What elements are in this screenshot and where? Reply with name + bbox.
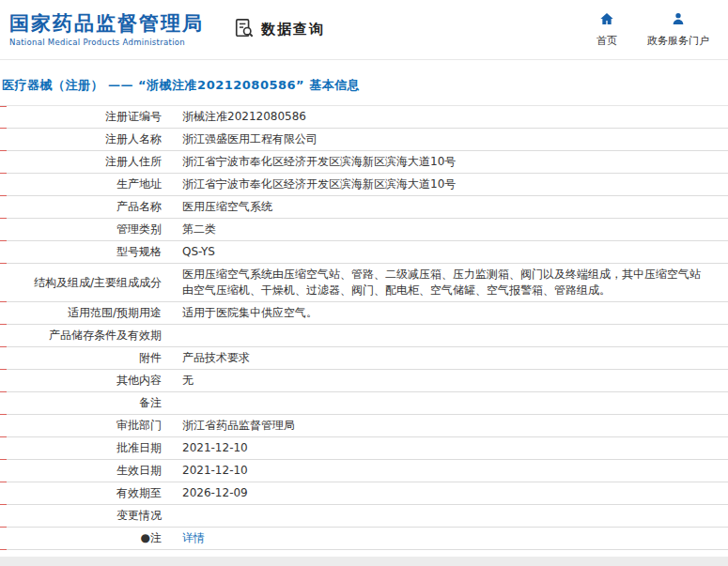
row-label: 注册人名称 bbox=[0, 129, 169, 150]
row-value bbox=[169, 505, 728, 527]
table-row: 产品名称 医用压缩空气系统 bbox=[0, 196, 728, 219]
row-value: 第二类 bbox=[169, 219, 728, 240]
row-label: 注册证编号 bbox=[0, 106, 169, 128]
row-label: 备注 bbox=[0, 392, 169, 414]
table-row: 注册证编号 浙械注准20212080586 bbox=[0, 106, 728, 129]
data-query-label: 数据查询 bbox=[261, 21, 325, 38]
detail-link[interactable]: 详情 bbox=[182, 530, 205, 546]
row-value: 2026-12-09 bbox=[169, 482, 728, 504]
site-name: 国家药品监督管理局 bbox=[9, 12, 204, 35]
table-row: ●注 详情 bbox=[0, 528, 728, 550]
row-label: 审批部门 bbox=[0, 415, 169, 436]
table-row: 备注 bbox=[0, 392, 728, 415]
page-title: 医疗器械（注册） —— “浙械注准20212080586” 基本信息 bbox=[2, 78, 360, 92]
row-value: 浙江省药品监督管理局 bbox=[169, 415, 728, 436]
data-search-icon bbox=[234, 18, 255, 42]
row-label: 批准日期 bbox=[0, 437, 169, 459]
row-label: 注册人住所 bbox=[0, 151, 169, 173]
table-row: 附件 产品技术要求 bbox=[0, 347, 728, 370]
row-label: 生产地址 bbox=[0, 174, 169, 195]
table-row: 批准日期 2021-12-10 bbox=[0, 437, 728, 460]
table-row: 审批部门 浙江省药品监督管理局 bbox=[0, 415, 728, 437]
row-label: 结构及组成/主要组成成分 bbox=[0, 264, 169, 301]
row-value: QS-YS bbox=[169, 241, 728, 263]
row-value: 详情 bbox=[169, 528, 728, 549]
row-value: 无 bbox=[169, 370, 728, 391]
detail-table: 注册证编号 浙械注准20212080586 注册人名称 浙江强盛医用工程有限公司… bbox=[0, 106, 728, 550]
title-bar: 医疗器械（注册） —— “浙械注准20212080586” 基本信息 bbox=[0, 60, 728, 106]
footer bbox=[0, 557, 728, 566]
row-label: 附件 bbox=[0, 347, 169, 369]
home-icon bbox=[599, 11, 614, 29]
table-row: 适用范围/预期用途 适用于医院集中供应空气。 bbox=[0, 302, 728, 325]
row-value: 医用压缩空气系统 bbox=[169, 196, 728, 218]
table-row: 变更情况 bbox=[0, 505, 728, 528]
row-value: 浙江省宁波市奉化区经济开发区滨海新区滨海大道10号 bbox=[169, 151, 728, 173]
nav-home-label: 首页 bbox=[596, 34, 617, 48]
row-value: 浙械注准20212080586 bbox=[169, 106, 728, 128]
row-value: 浙江省宁波市奉化区经济开发区滨海新区滨海大道10号 bbox=[169, 174, 728, 195]
nav-item-home[interactable]: 首页 bbox=[596, 11, 617, 48]
table-row: 有效期至 2026-12-09 bbox=[0, 482, 728, 505]
row-value: 医用压缩空气系统由压缩空气站、管路、二级减压箱、压力监测箱、阀门以及终端组成，其… bbox=[169, 264, 728, 301]
row-label: 变更情况 bbox=[0, 505, 169, 527]
site-name-en: National Medical Products Administration bbox=[9, 38, 204, 47]
table-row: 注册人名称 浙江强盛医用工程有限公司 bbox=[0, 129, 728, 151]
row-label: 其他内容 bbox=[0, 370, 169, 391]
table-row: 结构及组成/主要组成成分 医用压缩空气系统由压缩空气站、管路、二级减压箱、压力监… bbox=[0, 264, 728, 302]
table-row: 注册人住所 浙江省宁波市奉化区经济开发区滨海新区滨海大道10号 bbox=[0, 151, 728, 174]
row-label: 产品名称 bbox=[0, 196, 169, 218]
row-value: 产品技术要求 bbox=[169, 347, 728, 369]
nav-portal-label: 政务服务门户 bbox=[647, 34, 709, 48]
header-nav: 首页 政务服务门户 bbox=[596, 11, 713, 48]
row-value bbox=[169, 325, 728, 346]
user-icon bbox=[671, 11, 686, 29]
row-value: 2021-12-10 bbox=[169, 460, 728, 482]
table-row: 型号规格 QS-YS bbox=[0, 241, 728, 264]
row-label: 管理类别 bbox=[0, 219, 169, 240]
site-logo[interactable]: 国家药品监督管理局 National Medical Products Admi… bbox=[9, 12, 204, 46]
table-row: 生效日期 2021-12-10 bbox=[0, 460, 728, 482]
site-header: 国家药品监督管理局 National Medical Products Admi… bbox=[0, 0, 728, 60]
row-value: 浙江强盛医用工程有限公司 bbox=[169, 129, 728, 150]
row-value bbox=[169, 392, 728, 414]
row-label: ●注 bbox=[0, 528, 169, 549]
row-value: 适用于医院集中供应空气。 bbox=[169, 302, 728, 324]
row-value: 2021-12-10 bbox=[169, 437, 728, 459]
row-label: 生效日期 bbox=[0, 460, 169, 482]
row-label: 产品储存条件及有效期 bbox=[0, 325, 169, 346]
table-row: 其他内容 无 bbox=[0, 370, 728, 392]
row-label: 有效期至 bbox=[0, 482, 169, 504]
table-row: 产品储存条件及有效期 bbox=[0, 325, 728, 347]
data-query-section[interactable]: 数据查询 bbox=[234, 18, 325, 42]
row-label: 型号规格 bbox=[0, 241, 169, 263]
table-row: 生产地址 浙江省宁波市奉化区经济开发区滨海新区滨海大道10号 bbox=[0, 174, 728, 196]
row-label: 适用范围/预期用途 bbox=[0, 302, 169, 324]
table-row: 管理类别 第二类 bbox=[0, 219, 728, 241]
nav-item-portal[interactable]: 政务服务门户 bbox=[647, 11, 709, 48]
